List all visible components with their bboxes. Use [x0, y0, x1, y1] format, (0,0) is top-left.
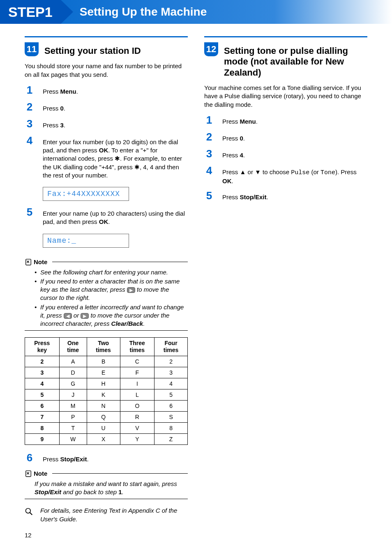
step-number: 2: [25, 101, 35, 113]
table-cell: 6: [25, 400, 60, 411]
section-title: Setting your station ID: [44, 46, 141, 56]
step-3: 3 Press 4.: [204, 147, 367, 160]
step-number: 5: [25, 206, 35, 219]
table-cell: 8: [25, 422, 60, 433]
table-cell: 7: [25, 411, 60, 422]
table-cell: 5: [154, 389, 188, 400]
table-cell: H: [87, 378, 120, 389]
table-cell: O: [120, 400, 154, 411]
table-cell: M: [59, 400, 87, 411]
table-header: Presskey: [25, 338, 60, 356]
table-header: Fourtimes: [154, 338, 188, 356]
right-column: 12 Setting tone or pulse dialling mode (…: [204, 36, 367, 523]
table-cell: 8: [154, 422, 188, 433]
table-cell: A: [59, 356, 87, 367]
note-block-1: Note See the following chart for enterin…: [25, 258, 188, 331]
note-label: Note: [34, 470, 47, 477]
step-4: 4 Enter your fax number (up to 20 digits…: [25, 134, 188, 180]
down-triangle-icon: ▼: [255, 168, 261, 175]
table-row: 2ABC2: [25, 356, 188, 367]
step-2: 2 Press 0.: [204, 131, 367, 143]
table-row: 6MNO6: [25, 400, 188, 411]
table-row: 7PQRS: [25, 411, 188, 422]
step-5: 5 Press Stop/Exit.: [204, 189, 367, 202]
table-cell: 5: [25, 389, 60, 400]
magnifier-icon: [25, 507, 33, 516]
note-text: If you make a mistake and want to start …: [25, 477, 188, 497]
page-title: Setting Up the Machine: [80, 0, 207, 24]
step-number: 4: [204, 164, 214, 177]
table-cell: R: [120, 411, 154, 422]
table-row: 9WXYZ: [25, 433, 188, 444]
section-title: Setting tone or pulse dialling mode (not…: [224, 46, 367, 78]
step-label: STEP1: [0, 0, 61, 24]
reference-block: For details, see Entering Text in Append…: [25, 507, 188, 523]
table-cell: X: [87, 433, 120, 444]
table-cell: 6: [154, 400, 188, 411]
section-rule: [204, 36, 367, 41]
table-cell: T: [59, 422, 87, 433]
section-head-11: 11 Setting your station ID: [25, 46, 188, 56]
section-rule: [25, 36, 188, 41]
table-row: 5JKL5: [25, 389, 188, 400]
table-cell: L: [120, 389, 154, 400]
table-cell: F: [120, 367, 154, 378]
right-arrow-icon: ▶: [127, 287, 135, 293]
step-number: 4: [25, 134, 35, 147]
right-arrow-icon: ▶: [81, 313, 89, 319]
table-cell: J: [59, 389, 87, 400]
note-label: Note: [34, 258, 47, 265]
step-4: 4 Press ▲ or ▼ to choose Pulse (or Tone)…: [204, 164, 367, 186]
table-header: Twotimes: [87, 338, 120, 356]
step-5: 5 Enter your name (up to 20 characters) …: [25, 206, 188, 226]
table-cell: G: [59, 378, 87, 389]
note-item: If you need to enter a character that is…: [35, 277, 188, 302]
up-triangle-icon: ▲: [240, 168, 246, 175]
section-intro: You should store your name and fax numbe…: [25, 62, 188, 79]
step-1: 1 Press Menu.: [204, 114, 367, 127]
table-row: 3DEF3: [25, 367, 188, 378]
step-number: 3: [25, 117, 35, 130]
chevron-right-icon: [61, 0, 73, 24]
table-cell: 3: [25, 367, 60, 378]
table-cell: K: [87, 389, 120, 400]
table-cell: 9: [25, 433, 60, 444]
table-cell: W: [59, 433, 87, 444]
table-header: Threetimes: [120, 338, 154, 356]
table-header: Onetime: [59, 338, 87, 356]
table-cell: D: [59, 367, 87, 378]
table-cell: C: [120, 356, 154, 367]
note-icon: [25, 258, 32, 266]
table-cell: S: [154, 411, 188, 422]
section-number: 12: [204, 42, 218, 56]
step-number: 6: [25, 451, 35, 464]
table-cell: N: [87, 400, 120, 411]
step-number: 2: [204, 131, 214, 143]
step-number: 5: [204, 189, 214, 202]
table-cell: U: [87, 422, 120, 433]
svg-point-2: [26, 509, 31, 514]
step-3: 3 Press 3.: [25, 117, 188, 130]
character-table: PresskeyOnetimeTwotimesThreetimesFourtim…: [25, 337, 188, 445]
table-row: 8TUV8: [25, 422, 188, 433]
content-area: 11 Setting your station ID You should st…: [0, 24, 392, 523]
note-icon: [25, 470, 32, 477]
table-cell: V: [120, 422, 154, 433]
section-intro: Your machine comes set for a Tone dialli…: [204, 84, 367, 109]
page-number: 12: [25, 532, 32, 539]
left-column: 11 Setting your station ID You should st…: [25, 36, 188, 523]
section-number: 11: [25, 42, 39, 56]
left-arrow-icon: ◀: [64, 313, 72, 319]
note-item: If you entered a letter incorrectly and …: [35, 303, 188, 328]
svg-line-3: [30, 513, 32, 515]
table-cell: E: [87, 367, 120, 378]
section-head-12: 12 Setting tone or pulse dialling mode (…: [204, 46, 367, 78]
table-cell: Z: [154, 433, 188, 444]
table-cell: Q: [87, 411, 120, 422]
table-cell: 4: [25, 378, 60, 389]
table-cell: 2: [154, 356, 188, 367]
step-number: 1: [204, 114, 214, 127]
table-cell: P: [59, 411, 87, 422]
header-bar: STEP1 Setting Up the Machine: [0, 0, 392, 24]
step-2: 2 Press 0.: [25, 101, 188, 113]
